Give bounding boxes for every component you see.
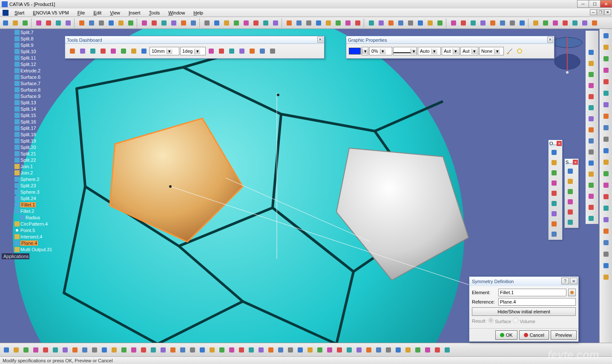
tree-split-9[interactable]: Split.9: [2, 42, 70, 48]
chevron-down-icon[interactable]: ▾: [194, 49, 200, 54]
top-icon-19[interactable]: [202, 18, 212, 28]
tree-fillet-2[interactable]: Fillet.2: [2, 208, 70, 214]
menu-insert[interactable]: Insert: [124, 9, 145, 16]
right-icon-8[interactable]: [601, 123, 611, 133]
tree-surface-8[interactable]: Surface.8: [2, 86, 70, 93]
pal-s-icon-2[interactable]: [566, 187, 575, 196]
right-icon-5[interactable]: [601, 88, 611, 98]
symmetry-dialog[interactable]: Symmetry Definition ?✕ Element: Referenc…: [469, 276, 579, 342]
tree-split-23[interactable]: Split.23: [2, 182, 70, 189]
tree-split-14[interactable]: Split.14: [2, 106, 70, 112]
top-icon-11[interactable]: [116, 18, 126, 28]
tree-split-22[interactable]: Split.22: [2, 157, 70, 163]
pal-s-icon-4[interactable]: [566, 207, 575, 217]
graphic-properties-panel[interactable]: Graphic Properties✕ ▾ 0%▾ ▾ Auto▾ Aut▾ A…: [346, 36, 555, 59]
bottom-icon-4[interactable]: [41, 345, 50, 355]
td-icon-1[interactable]: [129, 46, 138, 56]
bottom-icon-12[interactable]: [119, 345, 129, 355]
top-icon-52[interactable]: [541, 18, 550, 28]
right-icon-18[interactable]: [601, 238, 611, 248]
right-icon-16[interactable]: [601, 215, 611, 225]
tree-intersect-4[interactable]: Intersect.4: [2, 233, 70, 240]
top-icon-49[interactable]: [508, 18, 517, 28]
close-button[interactable]: ✕: [600, 0, 612, 8]
tree-split-19[interactable]: Split.19: [2, 138, 70, 144]
top-icon-44[interactable]: [459, 18, 468, 28]
tree-surface-9[interactable]: Surface.9: [2, 93, 70, 99]
pal-o-icon-0[interactable]: [549, 148, 559, 157]
bottom-icon-39[interactable]: [384, 345, 393, 355]
top-icon-30[interactable]: [314, 18, 323, 28]
top-icon-0[interactable]: [1, 18, 10, 28]
menu-start[interactable]: Start: [10, 9, 29, 16]
right2-icon-14[interactable]: [586, 203, 596, 212]
top-icon-38[interactable]: [396, 18, 405, 28]
bottom-icon-13[interactable]: [129, 345, 138, 355]
tree-surface-6[interactable]: Surface.6: [2, 74, 70, 80]
tree-extrude-2[interactable]: Extrude.2: [2, 67, 70, 74]
right-icon-13[interactable]: [601, 180, 611, 190]
tree-split-12[interactable]: Split.12: [2, 61, 70, 67]
bottom-icon-18[interactable]: [178, 345, 187, 355]
top-icon-26[interactable]: [271, 18, 280, 28]
bottom-icon-27[interactable]: [266, 345, 276, 355]
layer-value[interactable]: None: [480, 49, 494, 54]
color-swatch[interactable]: [349, 48, 361, 54]
right2-icon-11[interactable]: [586, 169, 596, 179]
pal-s-icon-0[interactable]: [566, 166, 575, 176]
bottom-icon-36[interactable]: [354, 345, 364, 355]
top-icon-34[interactable]: [353, 18, 362, 28]
minimize-button[interactable]: ─: [577, 0, 589, 8]
right-icon-1[interactable]: [601, 42, 611, 52]
bottom-icon-26[interactable]: [256, 345, 266, 355]
applications-node[interactable]: Applications: [2, 253, 29, 259]
right-icon-3[interactable]: [601, 65, 611, 75]
top-icon-35[interactable]: [367, 18, 376, 28]
right2-icon-3[interactable]: [586, 81, 596, 90]
top-icon-17[interactable]: [179, 18, 188, 28]
td-icon-7[interactable]: [68, 46, 77, 56]
right2-icon-8[interactable]: [586, 136, 596, 146]
pal-o-icon-1[interactable]: [549, 158, 559, 167]
top-icon-25[interactable]: [261, 18, 270, 28]
td-icon-6[interactable]: [78, 46, 87, 56]
tree-split-8[interactable]: Split.8: [2, 35, 70, 42]
pal-o-icon-8[interactable]: [549, 229, 559, 239]
thickness-value[interactable]: Auto: [418, 49, 431, 54]
tree-split-15[interactable]: Split.15: [2, 112, 70, 118]
chevron-down-icon[interactable]: ▾: [453, 49, 459, 54]
bottom-icon-6[interactable]: [60, 345, 70, 355]
tree-split-10[interactable]: Split.10: [2, 48, 70, 54]
top-icon-12[interactable]: [126, 18, 135, 28]
angle-value[interactable]: 1deg: [181, 49, 194, 54]
td-icon-r1[interactable]: [217, 46, 226, 56]
surface-radio[interactable]: Surface: [488, 318, 511, 324]
top-icon-10[interactable]: [106, 18, 116, 28]
tools-dashboard-panel[interactable]: Tools Dashboard✕ 10mm▾ 1deg▾: [65, 36, 325, 59]
right-icon-10[interactable]: [601, 146, 611, 156]
td-icon-r6[interactable]: [268, 46, 277, 56]
top-icon-20[interactable]: [212, 18, 221, 28]
brush-icon[interactable]: [505, 46, 514, 56]
tree-sphere-2[interactable]: Sphere.2: [2, 176, 70, 182]
right-icon-14[interactable]: [601, 192, 611, 202]
td-icon-r2[interactable]: [227, 46, 236, 56]
bottom-icon-15[interactable]: [149, 345, 158, 355]
bottom-icon-5[interactable]: [51, 345, 60, 355]
right-icon-11[interactable]: [601, 157, 611, 167]
right-icon-20[interactable]: [601, 261, 611, 271]
bottom-icon-14[interactable]: [139, 345, 148, 355]
palette-o[interactable]: O...✕: [548, 140, 563, 240]
bottom-icon-35[interactable]: [345, 345, 354, 355]
right-icon-6[interactable]: [601, 100, 611, 110]
td-icon-4[interactable]: [98, 46, 108, 56]
right2-icon-10[interactable]: [586, 158, 596, 168]
top-icon-24[interactable]: [251, 18, 261, 28]
pal-o-icon-4[interactable]: [549, 189, 559, 198]
cancel-button[interactable]: Cancel: [519, 330, 549, 340]
pal-s-icon-5[interactable]: [566, 218, 575, 227]
top-icon-6[interactable]: [63, 18, 73, 28]
pal-s-icon-3[interactable]: [566, 197, 575, 206]
menu-help[interactable]: Help: [189, 9, 207, 16]
help-button[interactable]: ?: [561, 278, 569, 284]
